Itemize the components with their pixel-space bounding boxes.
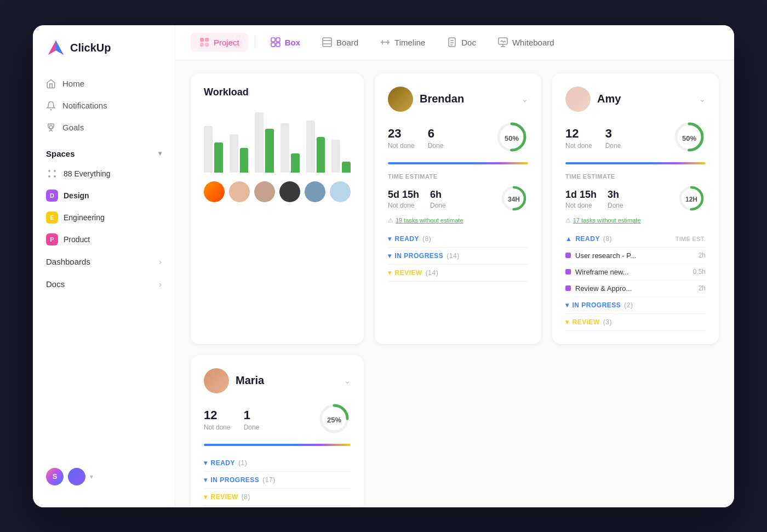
sidebar-item-engineering[interactable]: E Engineering — [33, 207, 175, 228]
brendan-time-not-done: 5d 15h Not done — [388, 189, 419, 209]
brendan-review-header[interactable]: ▾ REVIEW (14) — [388, 265, 528, 282]
brendan-ready-header[interactable]: ▾ READY (8) — [388, 231, 528, 248]
bar-group-2 — [230, 134, 249, 173]
bottom-dropdown-icon[interactable]: ▾ — [90, 473, 93, 480]
amy-time-not-done-label: Not done — [565, 202, 597, 209]
sidebar-navigation: Home Notifications Goals — [33, 73, 175, 138]
doc-icon — [447, 37, 457, 47]
amy-task-2: Wireframe new... 0.5h — [565, 264, 706, 281]
user-avatar-second[interactable] — [68, 468, 85, 485]
sidebar-item-design[interactable]: D Design — [33, 185, 175, 207]
docs-link[interactable]: Docs › — [33, 273, 175, 295]
workload-avatar-2 — [229, 181, 250, 202]
amy-ready-header[interactable]: ▲ READY (8) TIME EST. — [565, 231, 706, 248]
maria-inprogress-header[interactable]: ▾ IN PROGRESS (17) — [204, 472, 351, 489]
brendan-inprogress-label: ▾ IN PROGRESS (14) — [388, 252, 460, 260]
brendan-warning-link[interactable]: 19 tasks without estimate — [396, 217, 463, 224]
amy-review-header[interactable]: ▾ REVIEW (3) — [565, 314, 706, 331]
brendan-color-bar — [388, 162, 528, 164]
user-avatar-s[interactable]: S — [46, 468, 64, 485]
brendan-inprogress-header[interactable]: ▾ IN PROGRESS (14) — [388, 248, 528, 265]
sidebar-item-everything[interactable]: 88 Everything — [33, 163, 175, 185]
amy-warning-link[interactable]: 17 tasks without estimate — [573, 217, 641, 224]
svg-rect-11 — [271, 43, 275, 47]
sidebar-item-product[interactable]: P Product — [33, 228, 175, 250]
tab-box[interactable]: Box — [262, 33, 309, 52]
scroll-area[interactable]: Workload — [175, 60, 734, 507]
tab-project-label: Project — [214, 38, 239, 47]
dashboards-link[interactable]: Dashboards › — [33, 250, 175, 273]
maria-not-done-count: 12 — [204, 408, 231, 422]
tab-doc[interactable]: Doc — [438, 33, 485, 52]
maria-review-header[interactable]: ▾ REVIEW (8) — [204, 489, 351, 506]
engineering-label: Engineering — [64, 213, 105, 222]
brendan-time-not-done-label: Not done — [388, 202, 419, 209]
amy-task-section: ▲ READY (8) TIME EST. User research - P.… — [565, 231, 706, 331]
brendan-stats-row: 23 Not done 6 Done 50% — [388, 121, 528, 156]
brendan-time-done-label: Done — [430, 202, 446, 209]
tab-board[interactable]: Board — [313, 33, 367, 52]
tab-whiteboard[interactable]: Whiteboard — [489, 33, 563, 52]
amy-time-ring: 12H — [677, 184, 706, 215]
tab-timeline[interactable]: Timeline — [371, 33, 434, 52]
maria-not-done-stat: 12 Not done — [204, 408, 231, 431]
amy-ready-label: ▲ READY (8) — [565, 235, 612, 243]
workload-avatar-6 — [330, 181, 351, 202]
maria-done-count: 1 — [244, 408, 260, 422]
tab-project[interactable]: Project — [191, 33, 248, 52]
everything-label: 88 Everything — [64, 169, 111, 178]
sidebar-item-goals[interactable]: Goals — [39, 117, 168, 138]
logo-area[interactable]: ClickUp — [33, 38, 175, 73]
sidebar-item-notifications[interactable]: Notifications — [39, 95, 168, 116]
bar-gray-6 — [331, 140, 340, 173]
brendan-time-ring: 34H — [500, 184, 528, 215]
everything-icon — [46, 168, 58, 180]
brendan-dropdown-icon[interactable]: ⌄ — [522, 95, 528, 104]
svg-rect-8 — [205, 43, 209, 47]
maria-color-bar — [204, 444, 351, 446]
amy-time-not-done-value: 1d 15h — [565, 189, 597, 201]
brendan-person-info: Brendan — [388, 87, 464, 112]
maria-progress-ring: 25% — [318, 402, 351, 437]
maria-not-done-label: Not done — [204, 424, 231, 431]
workload-card: Workload — [191, 73, 364, 344]
maria-stats-row: 12 Not done 1 Done 25% — [204, 402, 351, 437]
amy-time-not-done: 1d 15h Not done — [565, 189, 597, 209]
product-label: Product — [64, 235, 90, 244]
cards-grid: Workload — [191, 73, 719, 507]
svg-point-3 — [48, 175, 50, 178]
brendan-warning: ⚠ 19 tasks without estimate — [388, 217, 528, 224]
maria-dropdown-icon[interactable]: ⌄ — [344, 376, 351, 385]
maria-ready-header[interactable]: ▾ READY (1) — [204, 455, 351, 472]
spaces-label: Spaces — [46, 149, 75, 158]
brendan-review-label: ▾ REVIEW (14) — [388, 269, 438, 277]
brendan-name: Brendan — [420, 93, 464, 105]
brendan-card-header: Brendan ⌄ — [388, 87, 528, 112]
bar-group-3 — [255, 112, 274, 173]
amy-task-2-name: Wireframe new... — [575, 268, 689, 276]
brendan-done-label: Done — [428, 142, 444, 150]
workload-avatar-4 — [279, 181, 300, 202]
brendan-not-done-label: Not done — [388, 142, 415, 150]
home-icon — [46, 79, 56, 89]
tab-whiteboard-label: Whiteboard — [512, 38, 554, 47]
bar-gray-1 — [204, 126, 213, 173]
spaces-section-header[interactable]: Spaces ▾ — [33, 138, 175, 163]
amy-dropdown-icon[interactable]: ⌄ — [699, 95, 706, 104]
bar-gray-2 — [230, 134, 238, 173]
workload-chart — [204, 107, 351, 173]
workload-avatars — [204, 181, 351, 202]
amy-inprogress-header[interactable]: ▾ IN PROGRESS (2) — [565, 297, 706, 314]
amy-done-label: Done — [605, 142, 621, 150]
bar-green-5 — [317, 137, 325, 173]
brendan-time-not-done-value: 5d 15h — [388, 189, 419, 201]
svg-rect-10 — [276, 38, 280, 42]
amy-done-stat: 3 Done — [605, 127, 621, 150]
svg-point-2 — [54, 170, 56, 172]
amy-done-count: 3 — [605, 127, 621, 141]
sidebar-item-home[interactable]: Home — [39, 73, 168, 94]
bar-green-1 — [214, 142, 223, 173]
docs-label: Docs — [46, 279, 65, 289]
brendan-time-title: TIME ESTIMATE — [388, 173, 528, 180]
maria-ready-label: ▾ READY (1) — [204, 459, 247, 467]
